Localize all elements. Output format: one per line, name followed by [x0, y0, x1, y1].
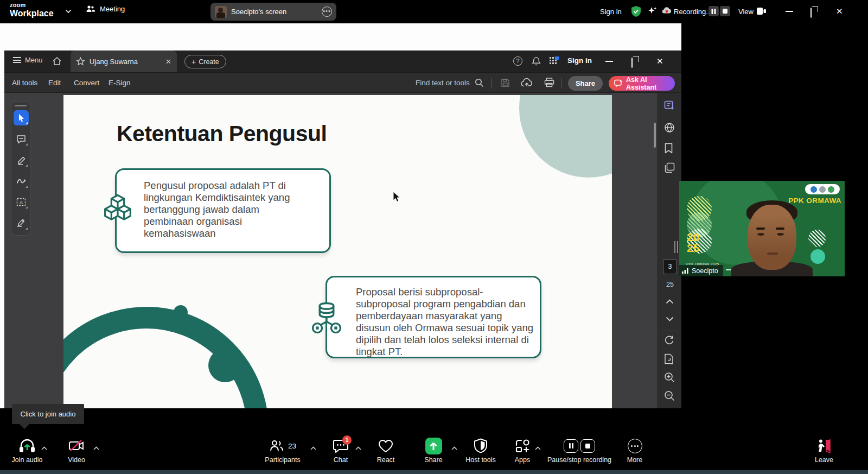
- chat-caret[interactable]: [355, 446, 361, 450]
- document-tab-label: Ujang Suwarna: [90, 58, 138, 66]
- ask-ai-assistant-button[interactable]: Ask AI Assistant: [609, 76, 675, 91]
- video-panel-resize-handle[interactable]: [674, 241, 678, 253]
- mouse-cursor: [393, 191, 402, 203]
- shield-icon: [474, 438, 488, 453]
- close-document-icon[interactable]: ✕: [165, 58, 171, 66]
- pause-stop-recording-button[interactable]: Pause/stop recording: [538, 437, 621, 468]
- slide-decor-sage-circle: [519, 95, 612, 178]
- join-audio-button[interactable]: Join audio: [3, 437, 51, 468]
- nav-edit[interactable]: Edit: [48, 79, 61, 87]
- page-thumbnails-icon[interactable]: [664, 162, 675, 173]
- acrobat-close-button[interactable]: ✕: [656, 57, 663, 65]
- logo-dot-blue: [810, 186, 817, 193]
- attachments-icon[interactable]: [664, 122, 675, 133]
- participant-video-tile[interactable]: 20 25 PPK Ormawa 2025 PPK ORMAWA Soecipt…: [679, 181, 845, 276]
- join-audio-caret[interactable]: [41, 446, 47, 450]
- fit-page-button[interactable]: [664, 353, 674, 364]
- stop-recording-button[interactable]: [720, 6, 730, 16]
- notification-bell-icon[interactable]: [532, 56, 541, 66]
- view-button[interactable]: View: [738, 0, 754, 23]
- tooltip-pointer: [20, 424, 29, 429]
- slide-box-1: Pengusul proposal adalah PT di lingkunga…: [115, 168, 331, 253]
- pdf-page[interactable]: Ketentuan Pengusul Pengusul proposal ada…: [63, 95, 612, 408]
- apps-button[interactable]: Apps: [506, 437, 539, 468]
- pause-recording-button[interactable]: [709, 6, 719, 16]
- more-button[interactable]: More: [618, 437, 651, 468]
- star-icon[interactable]: [76, 57, 85, 66]
- ai-companion-icon[interactable]: [647, 5, 658, 16]
- zoom-workplace-logo: zoom Workplace: [10, 2, 54, 18]
- find-placeholder: Find text or tools: [416, 79, 470, 87]
- previous-page-button[interactable]: [666, 299, 674, 304]
- document-scrollbar[interactable]: [654, 123, 656, 148]
- apps-grid-icon[interactable]: [549, 56, 560, 66]
- current-page-input[interactable]: 3: [663, 259, 677, 274]
- host-tools-button[interactable]: Host tools: [458, 437, 503, 468]
- next-page-button[interactable]: [666, 317, 674, 321]
- rotate-page-button[interactable]: [664, 335, 674, 345]
- find-tools-search[interactable]: Find text or tools: [416, 78, 484, 87]
- text-box-tool-button[interactable]: A: [14, 194, 29, 210]
- tab-screen-share-label: Soecipto's screen: [231, 8, 317, 16]
- participants-caret[interactable]: [310, 446, 316, 450]
- people-icon: [86, 4, 95, 13]
- chat-button[interactable]: Chat: [323, 437, 358, 468]
- tools-drag-handle[interactable]: [15, 105, 27, 106]
- acrobat-restore-button[interactable]: [631, 58, 633, 68]
- cloud-upload-icon[interactable]: [521, 77, 533, 87]
- window-minimize-button[interactable]: [786, 11, 793, 12]
- comment-tool-button[interactable]: [14, 131, 29, 147]
- acrobat-menu-button[interactable]: Menu: [13, 56, 43, 64]
- slide-box-2: Proposal berisi subproposal-subproposal …: [326, 276, 541, 358]
- pause-recording-icon[interactable]: [564, 439, 578, 453]
- save-icon[interactable]: [501, 78, 510, 87]
- print-icon[interactable]: [544, 78, 554, 87]
- ai-summary-icon[interactable]: [664, 100, 675, 111]
- window-close-button[interactable]: ✕: [836, 7, 843, 15]
- plus-icon: +: [192, 58, 196, 66]
- chevron-down-icon[interactable]: [65, 9, 72, 14]
- zoom-in-button[interactable]: [664, 372, 675, 383]
- draw-tool-button[interactable]: [14, 174, 29, 189]
- react-button[interactable]: React: [368, 437, 403, 468]
- more-options-icon[interactable]: •••: [322, 7, 332, 17]
- participants-button[interactable]: 23 Participants: [256, 437, 309, 468]
- video-caret[interactable]: [93, 446, 99, 450]
- acrobat-window: Menu Ujang Suwarna ✕ + Create ? Sign in: [4, 50, 681, 408]
- acrobat-sign-in[interactable]: Sign in: [567, 56, 592, 65]
- heart-icon: [378, 439, 394, 453]
- zoom-out-button[interactable]: [664, 390, 675, 401]
- select-tool-button[interactable]: [14, 110, 29, 125]
- search-icon: [475, 78, 484, 87]
- brand-zoom: zoom: [10, 2, 54, 8]
- acrobat-minimize-button[interactable]: [605, 61, 613, 62]
- stop-recording-icon[interactable]: [580, 439, 595, 453]
- svg-text:A: A: [20, 200, 23, 205]
- create-button[interactable]: + Create: [184, 55, 226, 68]
- join-audio-tooltip: Click to join audio: [12, 404, 84, 424]
- recording-cloud-icon: [662, 7, 672, 14]
- window-restore-button[interactable]: [810, 8, 812, 18]
- leave-button[interactable]: Leave: [808, 437, 840, 468]
- fill-sign-tool-button[interactable]: [14, 216, 29, 231]
- share-caret[interactable]: [451, 446, 457, 450]
- nav-convert[interactable]: Convert: [74, 79, 99, 87]
- home-icon[interactable]: [52, 56, 62, 66]
- bookmarks-icon[interactable]: [664, 143, 673, 154]
- cubes-icon: [99, 191, 136, 227]
- nav-all-tools[interactable]: All tools: [12, 79, 37, 87]
- bottom-edge-strip: [0, 470, 868, 474]
- nav-esign[interactable]: E-Sign: [108, 79, 131, 87]
- highlight-tool-button[interactable]: [14, 153, 29, 168]
- total-pages-label: 25: [658, 281, 681, 288]
- video-button[interactable]: Video: [59, 437, 94, 468]
- help-icon[interactable]: ?: [513, 56, 522, 66]
- acrobat-titlebar: Menu Ujang Suwarna ✕ + Create ? Sign in: [4, 50, 681, 72]
- share-screen-button[interactable]: Share: [416, 437, 451, 468]
- zoom-sign-in[interactable]: Sign in: [600, 0, 622, 23]
- document-tab[interactable]: Ujang Suwarna ✕: [71, 50, 177, 72]
- tab-screen-share[interactable]: Soecipto's screen •••: [210, 3, 336, 21]
- security-shield-icon[interactable]: [630, 5, 642, 17]
- tab-meeting[interactable]: Meeting: [86, 4, 125, 13]
- acrobat-share-button[interactable]: Share: [568, 76, 603, 91]
